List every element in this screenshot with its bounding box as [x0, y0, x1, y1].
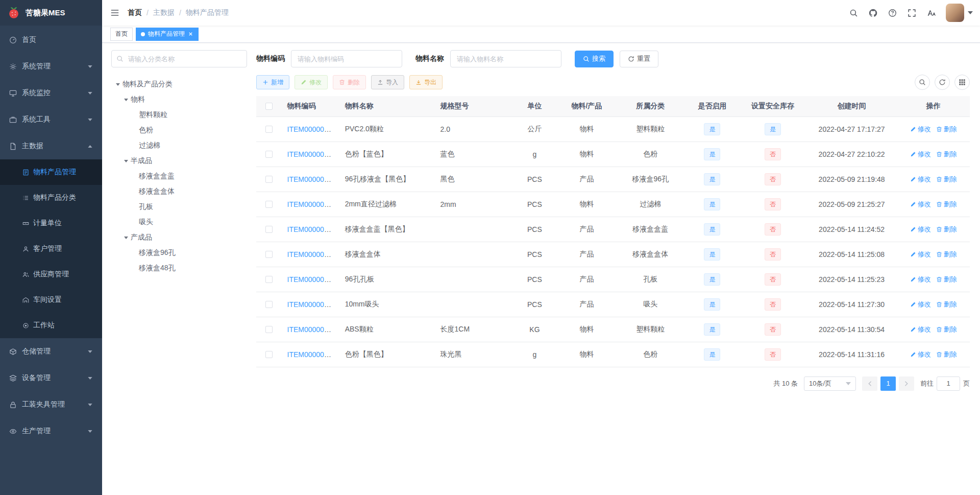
sidebar-item-equipment-management[interactable]: 设备管理	[0, 365, 102, 391]
sidebar-item-system-tools[interactable]: 系统工具	[0, 106, 102, 133]
row-checkbox[interactable]	[265, 226, 273, 233]
material-code-link[interactable]: ITEM00000037	[287, 125, 336, 133]
delete-row-button[interactable]: 删除	[936, 200, 957, 209]
sidebar-item-production-management[interactable]: 生产管理	[0, 418, 102, 444]
tree-node[interactable]: 移液盒盒盖	[111, 169, 247, 184]
page-1-button[interactable]: 1	[880, 376, 896, 391]
edit-row-button[interactable]: 修改	[910, 225, 931, 234]
tree-expand-caret-icon[interactable]	[121, 95, 131, 104]
navbar-font-size-button[interactable]	[921, 0, 941, 26]
breadcrumb-item-home[interactable]: 首页	[128, 8, 142, 17]
row-checkbox[interactable]	[265, 301, 273, 308]
edit-row-button[interactable]: 修改	[910, 275, 931, 284]
category-search-input[interactable]	[111, 50, 247, 67]
sidebar-item-measure-unit[interactable]: 计量单位	[0, 210, 102, 236]
navbar-fullscreen-button[interactable]	[902, 0, 921, 26]
delete-row-button[interactable]: 删除	[936, 300, 957, 309]
refresh-button[interactable]	[935, 75, 950, 90]
row-checkbox[interactable]	[265, 151, 273, 158]
import-button[interactable]: 导入	[371, 75, 404, 89]
row-checkbox[interactable]	[265, 126, 273, 133]
material-code-link[interactable]: ITEM00000049	[287, 200, 336, 208]
sidebar-item-master-data[interactable]: 主数据	[0, 133, 102, 159]
delete-row-button[interactable]: 删除	[936, 275, 957, 284]
navbar-github-button[interactable]	[863, 0, 883, 26]
material-code-link[interactable]: ITEM00000055	[287, 325, 336, 334]
edit-row-button[interactable]: 修改	[910, 150, 931, 159]
delete-row-button[interactable]: 删除	[936, 250, 957, 259]
tab-close-icon[interactable]	[188, 31, 193, 37]
tab-material-product-management[interactable]: 物料产品管理	[136, 28, 199, 41]
row-checkbox[interactable]	[265, 251, 273, 258]
material-code-link[interactable]: ITEM00000054	[287, 300, 336, 309]
edit-button[interactable]: 修改	[295, 75, 328, 89]
edit-row-button[interactable]: 修改	[910, 125, 931, 134]
tree-node[interactable]: 吸头	[111, 215, 247, 230]
next-page-button[interactable]	[899, 376, 914, 391]
delete-button[interactable]: 删除	[333, 75, 366, 89]
delete-row-button[interactable]: 删除	[936, 325, 957, 334]
tree-expand-caret-icon[interactable]	[113, 80, 122, 89]
row-checkbox[interactable]	[265, 351, 273, 358]
reset-button[interactable]: 重置	[620, 51, 658, 67]
tree-node[interactable]: 孔板	[111, 199, 247, 215]
material-code-link[interactable]: ITEM00000051	[287, 225, 336, 233]
sidebar-item-customer-management[interactable]: 客户管理	[0, 236, 102, 262]
select-all-checkbox[interactable]	[265, 103, 273, 110]
row-checkbox[interactable]	[265, 326, 273, 333]
sidebar-item-supplier-management[interactable]: 供应商管理	[0, 262, 102, 287]
row-checkbox[interactable]	[265, 176, 273, 183]
edit-row-button[interactable]: 修改	[910, 200, 931, 209]
user-avatar[interactable]	[946, 4, 964, 22]
delete-row-button[interactable]: 删除	[936, 125, 957, 134]
tab-home[interactable]: 首页	[110, 28, 133, 41]
tree-node[interactable]: 半成品	[111, 153, 247, 169]
tree-node[interactable]: 色粉	[111, 123, 247, 138]
goto-page-input[interactable]	[937, 376, 960, 391]
sidebar-toggle-hamburger-icon[interactable]	[110, 8, 119, 17]
tree-node[interactable]: 过滤棉	[111, 138, 247, 153]
row-checkbox[interactable]	[265, 201, 273, 208]
edit-row-button[interactable]: 修改	[910, 325, 931, 334]
edit-row-button[interactable]: 修改	[910, 250, 931, 259]
delete-row-button[interactable]: 删除	[936, 175, 957, 184]
edit-row-button[interactable]: 修改	[910, 350, 931, 359]
navbar-search-button[interactable]	[844, 0, 863, 26]
add-button[interactable]: 新增	[256, 75, 289, 89]
sidebar-item-workstation[interactable]: 工作站	[0, 313, 102, 338]
sidebar-item-warehouse-management[interactable]: 仓储管理	[0, 338, 102, 365]
export-button[interactable]: 导出	[409, 75, 443, 89]
sidebar-item-fixture-management[interactable]: 工装夹具管理	[0, 391, 102, 418]
tree-node[interactable]: 物料	[111, 92, 247, 107]
sidebar-item-system-monitor[interactable]: 系统监控	[0, 80, 102, 106]
delete-row-button[interactable]: 删除	[936, 150, 957, 159]
tree-node[interactable]: 移液盒96孔	[111, 245, 247, 261]
tree-expand-caret-icon[interactable]	[121, 156, 131, 166]
row-checkbox[interactable]	[265, 276, 273, 283]
app-logo[interactable]: 苦糖果MES	[0, 0, 102, 26]
tree-node[interactable]: 塑料颗粒	[111, 107, 247, 123]
delete-row-button[interactable]: 删除	[936, 350, 957, 359]
edit-row-button[interactable]: 修改	[910, 300, 931, 309]
material-code-input[interactable]	[291, 50, 402, 67]
sidebar-item-home[interactable]: 首页	[0, 27, 102, 53]
search-button[interactable]: 搜索	[575, 51, 614, 67]
tree-node[interactable]: 产成品	[111, 230, 247, 245]
prev-page-button[interactable]	[862, 376, 877, 391]
column-settings-button[interactable]	[954, 75, 970, 90]
sidebar-item-material-product-category[interactable]: 物料产品分类	[0, 185, 102, 210]
material-code-link[interactable]: ITEM00000056	[287, 350, 336, 359]
material-name-input[interactable]	[450, 50, 561, 67]
material-code-link[interactable]: ITEM00000041	[287, 150, 336, 158]
sidebar-item-workshop-settings[interactable]: 车间设置	[0, 287, 102, 313]
sidebar-item-system-admin[interactable]: 系统管理	[0, 53, 102, 80]
material-code-link[interactable]: ITEM00000046	[287, 175, 336, 183]
user-menu[interactable]	[946, 4, 973, 22]
tree-node[interactable]: 移液盒48孔	[111, 261, 247, 276]
tree-expand-caret-icon[interactable]	[121, 233, 131, 242]
delete-row-button[interactable]: 删除	[936, 225, 957, 234]
material-code-link[interactable]: ITEM00000052	[287, 250, 336, 258]
edit-row-button[interactable]: 修改	[910, 175, 931, 184]
navbar-help-button[interactable]	[883, 0, 902, 26]
material-code-link[interactable]: ITEM00000053	[287, 275, 336, 284]
